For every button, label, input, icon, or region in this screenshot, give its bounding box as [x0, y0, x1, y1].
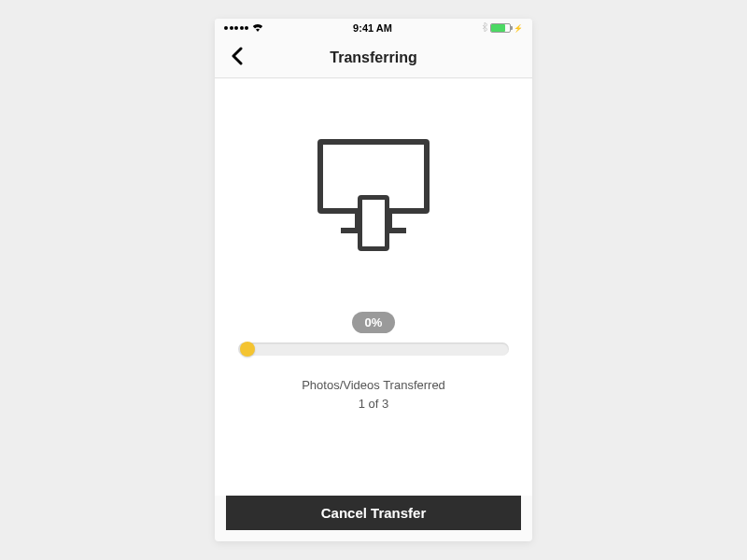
back-button[interactable] — [226, 47, 248, 69]
charging-icon: ⚡ — [514, 24, 523, 33]
chevron-left-icon — [231, 47, 244, 69]
monitor-phone-transfer-icon — [308, 134, 439, 265]
cancel-transfer-button[interactable]: Cancel Transfer — [226, 496, 521, 530]
transfer-status-line2: 1 of 3 — [302, 395, 445, 413]
status-bar-time: 9:41 AM — [353, 22, 392, 34]
transfer-status-text: Photos/Videos Transferred 1 of 3 — [302, 376, 445, 413]
content-area: 0% Photos/Videos Transferred 1 of 3 — [215, 78, 532, 496]
status-bar-right: ⚡ — [482, 22, 523, 34]
progress-bar — [238, 343, 509, 356]
phone-frame: 9:41 AM ⚡ Transferring 0% — [215, 19, 532, 541]
status-bar: 9:41 AM ⚡ — [215, 19, 532, 37]
progress-knob — [240, 342, 255, 357]
progress-percent-badge: 0% — [352, 312, 396, 333]
status-bar-left — [224, 22, 263, 34]
page-title: Transferring — [215, 49, 532, 66]
battery-icon — [490, 23, 511, 33]
nav-bar: Transferring — [215, 37, 532, 78]
signal-strength-icon — [224, 26, 248, 30]
wifi-icon — [252, 22, 263, 34]
bluetooth-icon — [482, 22, 487, 34]
transfer-status-line1: Photos/Videos Transferred — [302, 376, 445, 395]
